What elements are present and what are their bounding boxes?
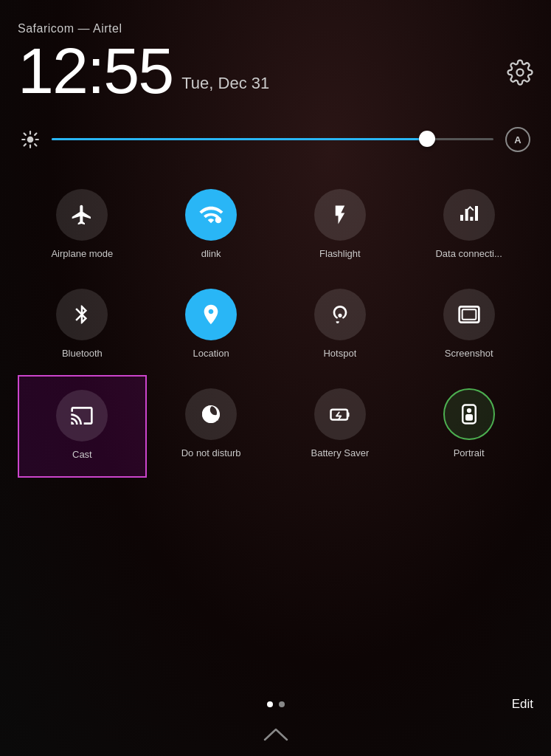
- svg-point-17: [467, 408, 471, 413]
- hotspot-label: Hotspot: [323, 348, 356, 359]
- quick-item-portrait[interactable]: Portrait: [404, 375, 533, 478]
- bluetooth-icon-circle: [56, 289, 108, 340]
- auto-brightness-button[interactable]: A: [505, 127, 530, 152]
- airplane-mode-icon-circle: [56, 189, 108, 241]
- dnd-icon-circle: [185, 388, 237, 440]
- data-connection-icon-circle: [443, 189, 495, 241]
- location-icon-circle: [185, 289, 237, 340]
- quick-item-location[interactable]: Location: [147, 275, 276, 375]
- up-arrow[interactable]: [261, 726, 291, 741]
- quick-item-hotspot[interactable]: Hotspot: [276, 275, 405, 375]
- location-label: Location: [193, 348, 229, 359]
- date: Tue, Dec 31: [181, 74, 269, 93]
- quick-item-screenshot[interactable]: Screenshot: [404, 275, 533, 375]
- quick-item-flashlight[interactable]: Flashlight: [276, 176, 405, 275]
- header: Safaricom — Airtel 12:55 Tue, Dec 31: [18, 22, 533, 103]
- time-row: 12:55 Tue, Dec 31: [18, 38, 269, 103]
- edit-button[interactable]: Edit: [512, 697, 533, 712]
- page-dot-1: [267, 701, 273, 707]
- bluetooth-label: Bluetooth: [62, 348, 103, 359]
- battery-saver-icon-circle: [314, 388, 366, 440]
- flashlight-icon-circle: [314, 189, 366, 241]
- quick-settings-grid: Airplane mode dlink Flashlight: [18, 176, 533, 478]
- flashlight-label: Flashlight: [319, 248, 361, 259]
- quick-item-wifi[interactable]: dlink: [147, 176, 276, 275]
- svg-line-5: [35, 144, 36, 145]
- settings-button[interactable]: [507, 22, 533, 86]
- cast-label: Cast: [72, 449, 92, 460]
- cast-icon-circle: [56, 390, 108, 441]
- svg-rect-15: [347, 413, 350, 417]
- svg-point-11: [339, 314, 342, 317]
- dnd-label: Do not disturb: [181, 447, 241, 458]
- bottom-bar: Edit: [0, 697, 551, 712]
- page-dots: [190, 701, 361, 707]
- svg-point-1: [27, 137, 34, 143]
- screenshot-label: Screenshot: [445, 348, 493, 359]
- svg-line-9: [35, 134, 36, 135]
- screenshot-icon-circle: [443, 289, 495, 340]
- clock: 12:55: [18, 38, 173, 103]
- airplane-mode-label: Airplane mode: [51, 248, 113, 259]
- quick-item-dnd[interactable]: Do not disturb: [147, 375, 276, 478]
- portrait-icon-circle: [443, 388, 495, 440]
- quick-item-battery-saver[interactable]: Battery Saver: [276, 375, 405, 478]
- brightness-slider[interactable]: [52, 138, 493, 141]
- portrait-label: Portrait: [454, 447, 485, 458]
- quick-item-bluetooth[interactable]: Bluetooth: [18, 275, 147, 375]
- wifi-label: dlink: [201, 248, 221, 259]
- quick-item-airplane-mode[interactable]: Airplane mode: [18, 176, 147, 275]
- svg-rect-18: [465, 414, 473, 421]
- page-dot-2: [279, 701, 285, 707]
- svg-point-0: [517, 69, 524, 76]
- wifi-icon-circle: [185, 189, 237, 241]
- svg-line-4: [24, 134, 26, 135]
- svg-rect-13: [462, 309, 476, 319]
- quick-item-data-connection[interactable]: Data connecti...: [404, 176, 533, 275]
- quick-item-cast[interactable]: Cast: [18, 375, 147, 478]
- brightness-row[interactable]: A: [18, 127, 533, 152]
- brightness-icon: [21, 130, 40, 149]
- hotspot-icon-circle: [314, 289, 366, 340]
- svg-line-8: [24, 144, 26, 145]
- header-left: Safaricom — Airtel 12:55 Tue, Dec 31: [18, 22, 269, 103]
- data-connection-label: Data connecti...: [435, 248, 502, 259]
- battery-saver-label: Battery Saver: [311, 447, 369, 458]
